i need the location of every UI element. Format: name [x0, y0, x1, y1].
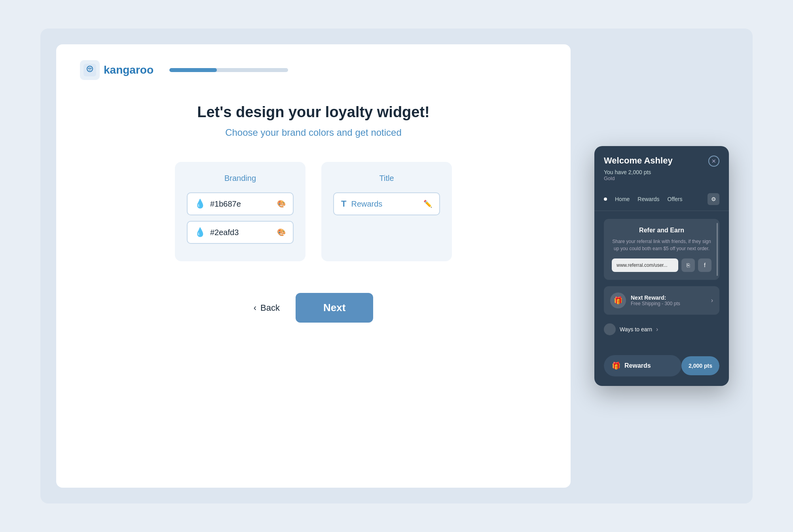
- title-input-row[interactable]: T Rewards ✏️: [333, 192, 440, 215]
- widget-preview: Welcome Ashley ✕ You have 2,000 pts Gold…: [594, 146, 729, 386]
- kangaroo-icon: [83, 64, 96, 76]
- logo-icon: [80, 60, 100, 80]
- reward-icon: 🎁: [610, 293, 626, 308]
- copy-button[interactable]: ⎘: [681, 258, 695, 272]
- bottom-bar-label: Rewards: [624, 362, 651, 369]
- ways-dot: [604, 323, 616, 335]
- reward-chevron-icon: ›: [711, 297, 713, 304]
- branding-panel: Branding 💧 #1b687e 🎨 💧 #2eafd3 🎨: [175, 162, 305, 261]
- next-button[interactable]: Next: [296, 293, 373, 323]
- bottom-nav: ‹ Back Next: [254, 293, 374, 323]
- back-button[interactable]: ‹ Back: [254, 303, 280, 313]
- ways-label: Ways to earn: [620, 326, 652, 332]
- logo-text: kangaroo: [104, 64, 154, 76]
- bottom-bar-points: 2,000 pts: [681, 356, 719, 375]
- main-content: Let's design your loyalty widget! Choose…: [80, 104, 547, 472]
- right-panel: Welcome Ashley ✕ You have 2,000 pts Gold…: [586, 44, 737, 488]
- back-chevron-icon: ‹: [254, 303, 256, 313]
- color-value-1: #1b687e: [210, 200, 272, 209]
- progress-bar-container: [169, 68, 288, 72]
- nav-dot: [604, 198, 607, 201]
- widget-header-top: Welcome Ashley ✕: [604, 156, 719, 167]
- title-value: Rewards: [351, 200, 419, 209]
- edit-icon: ✏️: [423, 200, 432, 208]
- drop-icon-1: 💧: [195, 199, 205, 209]
- widget-close-button[interactable]: ✕: [708, 156, 719, 167]
- nav-offers[interactable]: Offers: [668, 196, 683, 202]
- ways-chevron-icon: ›: [656, 326, 658, 333]
- logo: kangaroo: [80, 60, 154, 80]
- svg-point-2: [88, 68, 89, 69]
- widget-points: You have 2,000 pts: [604, 169, 719, 175]
- color-value-2: #2eafd3: [210, 228, 272, 237]
- title-label: Title: [333, 174, 440, 183]
- refer-link-input[interactable]: www.referral.com/user...: [612, 258, 678, 272]
- reward-sub: Free Shipping - 300 pts: [631, 301, 706, 306]
- widget-body: Refer and Earn Share your referral link …: [594, 211, 729, 347]
- color-picker-icon-1: 🎨: [277, 200, 286, 208]
- outer-container: kangaroo Let's design your loyalty widge…: [40, 28, 753, 504]
- back-label: Back: [260, 303, 280, 313]
- header: kangaroo: [80, 60, 547, 80]
- color-input-1[interactable]: 💧 #1b687e 🎨: [187, 192, 294, 215]
- color-input-2[interactable]: 💧 #2eafd3 🎨: [187, 221, 294, 244]
- page-subtitle: Choose your brand colors and get noticed: [225, 127, 402, 138]
- left-panel: kangaroo Let's design your loyalty widge…: [56, 44, 571, 488]
- widget-header: Welcome Ashley ✕ You have 2,000 pts Gold: [594, 146, 729, 188]
- drop-icon-2: 💧: [195, 227, 205, 238]
- widget-bottom-bar[interactable]: 🎁 Rewards 2,000 pts: [604, 355, 719, 376]
- bottom-bar-left: 🎁 Rewards: [604, 355, 681, 376]
- reward-text: Next Reward: Free Shipping - 300 pts: [631, 294, 706, 306]
- refer-link-row: www.referral.com/user... ⎘ f: [612, 258, 711, 272]
- scroll-bar: [717, 223, 718, 276]
- nav-home[interactable]: Home: [615, 196, 630, 202]
- refer-desc: Share your referral link with friends, i…: [612, 238, 711, 252]
- title-panel: Title T Rewards ✏️: [321, 162, 452, 261]
- progress-bar-fill: [169, 68, 217, 72]
- gift-icon: 🎁: [612, 361, 620, 370]
- nav-rewards[interactable]: Rewards: [637, 196, 659, 202]
- widget-nav: Home Rewards Offers ⚙: [594, 188, 729, 211]
- ways-to-earn-row: Ways to earn ›: [604, 319, 719, 339]
- page-title: Let's design your loyalty widget!: [197, 104, 430, 121]
- branding-label: Branding: [187, 174, 294, 183]
- svg-point-3: [91, 68, 91, 69]
- share-facebook-button[interactable]: f: [698, 258, 711, 272]
- refer-card: Refer and Earn Share your referral link …: [604, 219, 719, 280]
- color-panels: Branding 💧 #1b687e 🎨 💧 #2eafd3 🎨 Title: [175, 162, 452, 261]
- filter-icon[interactable]: ⚙: [708, 193, 719, 205]
- widget-welcome: Welcome Ashley: [604, 156, 673, 166]
- refer-title: Refer and Earn: [612, 227, 711, 234]
- text-icon: T: [341, 199, 346, 209]
- color-picker-icon-2: 🎨: [277, 228, 286, 237]
- reward-title: Next Reward:: [631, 294, 706, 301]
- next-reward-row: 🎁 Next Reward: Free Shipping - 300 pts ›: [604, 286, 719, 315]
- widget-tier: Gold: [604, 175, 719, 181]
